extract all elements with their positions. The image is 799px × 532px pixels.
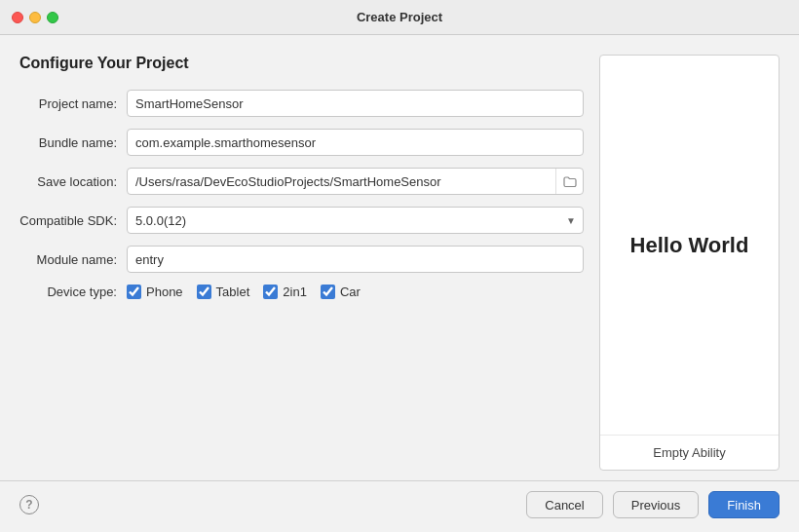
module-name-input[interactable] [127,246,584,273]
window-title: Create Project [357,10,442,24]
device-car-item: Car [321,285,361,299]
save-location-label: Save location: [19,174,127,189]
device-checkboxes: Phone Tablet 2in1 Car [127,285,361,299]
device-phone-checkbox[interactable] [127,285,141,299]
project-name-label: Project name: [19,96,127,111]
form-heading: Configure Your Project [19,55,584,72]
browse-folder-icon[interactable] [555,169,583,194]
bundle-name-input[interactable] [127,129,584,156]
finish-button[interactable]: Finish [708,491,780,518]
form-panel: Configure Your Project Project name: Bun… [19,55,584,471]
save-location-row: Save location: [19,168,584,195]
preview-panel: Hello World Empty Ability [599,55,780,471]
device-car-checkbox[interactable] [321,285,335,299]
preview-template-label: Empty Ability [600,435,779,470]
module-name-label: Module name: [19,252,127,267]
project-name-row: Project name: [19,90,584,117]
compatible-sdk-label: Compatible SDK: [19,213,127,228]
minimize-button[interactable] [29,12,41,23]
device-tablet-checkbox[interactable] [197,285,211,299]
compatible-sdk-select[interactable]: 5.0.0(12) 4.1.0(11) 4.0.0(10) [127,207,584,234]
device-2in1-label: 2in1 [283,285,307,299]
close-button[interactable] [12,12,23,23]
maximize-button[interactable] [47,12,58,23]
dialog-body: Configure Your Project Project name: Bun… [0,35,799,532]
traffic-lights [12,12,58,23]
save-location-wrapper [127,168,584,195]
bundle-name-row: Bundle name: [19,129,584,156]
save-location-input[interactable] [128,169,555,194]
help-button[interactable]: ? [19,495,39,514]
title-bar: Create Project [0,0,799,35]
device-phone-label: Phone [146,285,183,299]
bundle-name-label: Bundle name: [19,135,127,150]
project-name-input[interactable] [127,90,584,117]
compatible-sdk-row: Compatible SDK: 5.0.0(12) 4.1.0(11) 4.0.… [19,207,584,234]
device-tablet-label: Tablet [216,285,250,299]
cancel-button[interactable]: Cancel [526,491,602,518]
previous-button[interactable]: Previous [613,491,700,518]
preview-content: Hello World [630,56,749,435]
module-name-row: Module name: [19,246,584,273]
content-area: Configure Your Project Project name: Bun… [0,35,799,480]
device-2in1-checkbox[interactable] [263,285,278,299]
device-car-label: Car [340,285,361,299]
device-2in1-item: 2in1 [263,285,307,299]
sdk-select-wrapper: 5.0.0(12) 4.1.0(11) 4.0.0(10) ▼ [127,207,584,234]
preview-hello-text: Hello World [630,233,749,258]
bottom-buttons: Cancel Previous Finish [526,491,780,518]
device-phone-item: Phone [127,285,183,299]
device-type-label: Device type: [19,285,127,299]
bottom-bar: ? Cancel Previous Finish [0,480,799,532]
device-type-row: Device type: Phone Tablet 2in1 [19,285,584,299]
device-tablet-item: Tablet [197,285,250,299]
